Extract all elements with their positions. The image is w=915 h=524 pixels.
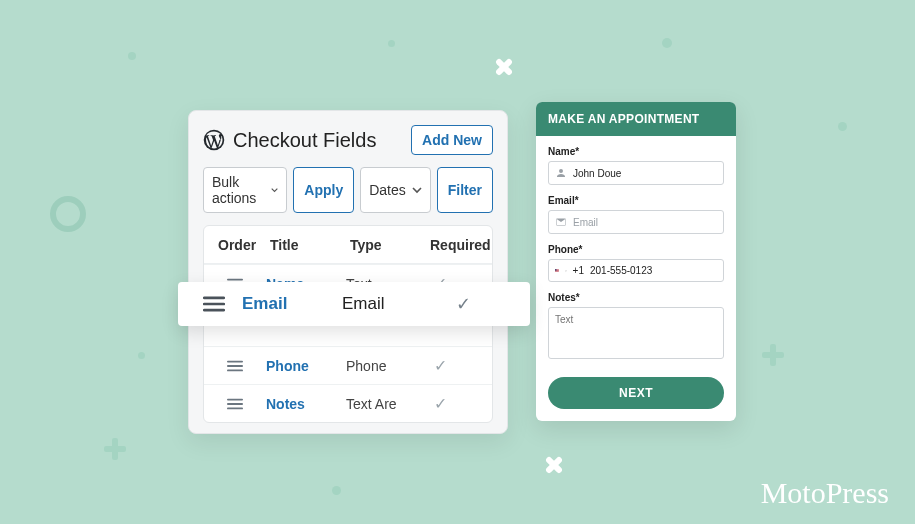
filter-button[interactable]: Filter: [437, 167, 493, 213]
drag-handle-icon[interactable]: [186, 295, 242, 313]
envelope-icon: [555, 216, 567, 228]
us-flag-icon: [555, 265, 559, 276]
admin-header: Checkout Fields Add New: [203, 125, 493, 155]
highlighted-row[interactable]: Email Email ✓: [178, 282, 530, 326]
table-row[interactable]: Notes Text Are ✓: [204, 384, 492, 422]
decoration-dot: [138, 352, 145, 359]
name-input[interactable]: [573, 168, 717, 179]
email-input[interactable]: [573, 217, 717, 228]
phone-field[interactable]: +1: [548, 259, 724, 282]
table-header: Order Title Type Required: [204, 226, 492, 264]
table-row[interactable]: Phone Phone ✓: [204, 346, 492, 384]
row-type: Text Are: [340, 396, 420, 412]
name-label: Name*: [548, 146, 724, 157]
apply-button[interactable]: Apply: [293, 167, 354, 213]
phone-input[interactable]: [590, 265, 717, 276]
col-title: Title: [264, 237, 344, 253]
row-title-link[interactable]: Notes: [260, 396, 340, 412]
bulk-actions-label: Bulk actions: [212, 174, 265, 206]
check-icon: ✓: [442, 293, 512, 315]
notes-textarea[interactable]: [548, 307, 724, 359]
decoration-dot: [332, 486, 341, 495]
drag-handle-icon[interactable]: [204, 359, 260, 373]
user-icon: [555, 167, 567, 179]
col-type: Type: [344, 237, 424, 253]
phone-prefix: +1: [573, 265, 584, 276]
decoration-dot: [128, 52, 136, 60]
admin-panel: Checkout Fields Add New Bulk actions App…: [188, 110, 508, 434]
email-label: Email*: [548, 195, 724, 206]
chevron-down-icon: [412, 185, 422, 195]
drag-handle-icon[interactable]: [204, 397, 260, 411]
name-field[interactable]: [548, 161, 724, 185]
chevron-down-icon: [271, 185, 278, 195]
next-button[interactable]: NEXT: [548, 377, 724, 409]
row-title-link[interactable]: Email: [242, 294, 342, 314]
decoration-dot: [838, 122, 847, 131]
add-new-button[interactable]: Add New: [411, 125, 493, 155]
row-type: Email: [342, 294, 442, 314]
form-header: MAKE AN APPOINTMENT: [536, 102, 736, 136]
col-required: Required: [424, 237, 490, 253]
check-icon: ✓: [420, 394, 486, 413]
brand-logo: MotoPress: [761, 476, 889, 510]
appointment-form: MAKE AN APPOINTMENT Name* Email* Phone* …: [536, 102, 736, 421]
toolbar: Bulk actions Apply Dates Filter: [203, 167, 493, 213]
bulk-actions-select[interactable]: Bulk actions: [203, 167, 287, 213]
dates-label: Dates: [369, 182, 406, 198]
svg-rect-8: [555, 269, 556, 270]
email-field[interactable]: [548, 210, 724, 234]
wordpress-icon: [203, 129, 225, 151]
phone-label: Phone*: [548, 244, 724, 255]
row-title-link[interactable]: Phone: [260, 358, 340, 374]
chevron-down-icon[interactable]: [565, 267, 567, 275]
decoration-dot: [662, 38, 672, 48]
page-title: Checkout Fields: [233, 129, 403, 152]
notes-label: Notes*: [548, 292, 724, 303]
decoration-dot: [388, 40, 395, 47]
row-type: Phone: [340, 358, 420, 374]
check-icon: ✓: [420, 356, 486, 375]
form-body: Name* Email* Phone* +1 Notes*: [536, 136, 736, 377]
col-order: Order: [208, 237, 264, 253]
decoration-dot: [50, 196, 86, 232]
dates-select[interactable]: Dates: [360, 167, 431, 213]
